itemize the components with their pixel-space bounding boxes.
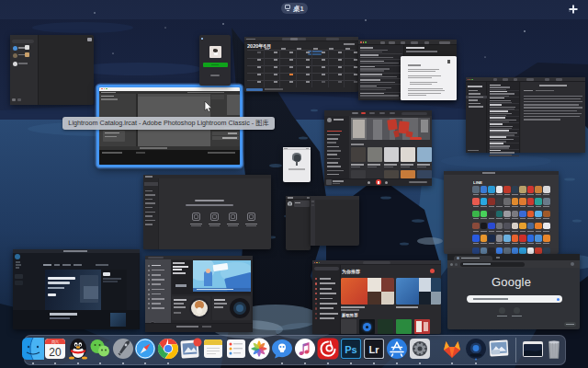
svg-text:20: 20	[49, 346, 62, 359]
svg-text:Ps: Ps	[345, 344, 356, 355]
svg-text:Lr: Lr	[369, 344, 380, 355]
svg-text:周六: 周六	[51, 339, 59, 344]
